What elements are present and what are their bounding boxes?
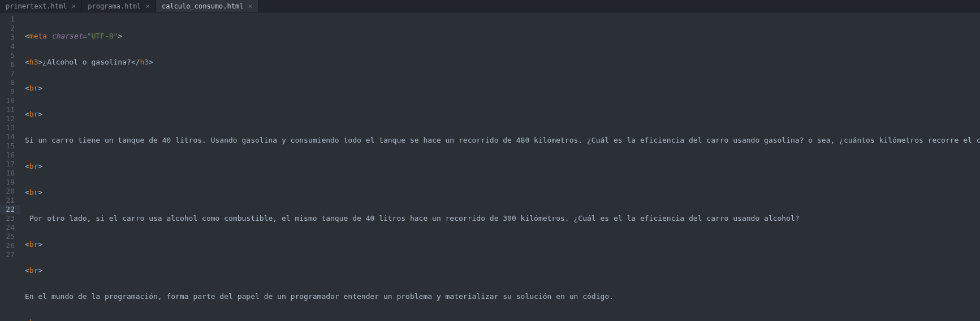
tab-programa[interactable]: programa.html × (82, 0, 156, 12)
code-line: En el mundo de la programación, forma pa… (20, 292, 980, 301)
tab-primertext[interactable]: primertext.html × (0, 0, 82, 12)
tab-label: programa.html (88, 2, 141, 10)
tab-label: primertext.html (6, 2, 67, 10)
code-line: <meta charset="UTF-8"> (20, 32, 980, 41)
code-line: <br> (20, 240, 980, 249)
code-line: Si un carro tiene un tanque de 40 litros… (20, 136, 980, 145)
close-icon[interactable]: × (145, 2, 150, 10)
code-line: <h3>¿Alcohol o gasolina?</h3> (20, 58, 980, 67)
code-line: <br> (20, 266, 980, 275)
code-area[interactable]: <meta charset="UTF-8"> <h3>¿Alcohol o ga… (20, 12, 980, 321)
code-line: <br> (20, 110, 980, 119)
tab-calculo-consumo[interactable]: calculo_consumo.html × (156, 0, 258, 12)
code-line: <br> (20, 318, 980, 321)
editor[interactable]: 1234 5678 9101112 13141516 17181920 2122… (0, 12, 980, 321)
code-line: Por otro lado, si el carro usa alcohol c… (20, 214, 980, 223)
line-gutter: 1234 5678 9101112 13141516 17181920 2122… (0, 12, 20, 321)
code-line: <br> (20, 84, 980, 93)
code-line: <br> (20, 162, 980, 171)
close-icon[interactable]: × (248, 2, 252, 10)
tab-bar: primertext.html × programa.html × calcul… (0, 0, 980, 12)
tab-label: calculo_consumo.html (162, 2, 244, 10)
code-line: <br> (20, 188, 980, 197)
close-icon[interactable]: × (71, 2, 76, 10)
